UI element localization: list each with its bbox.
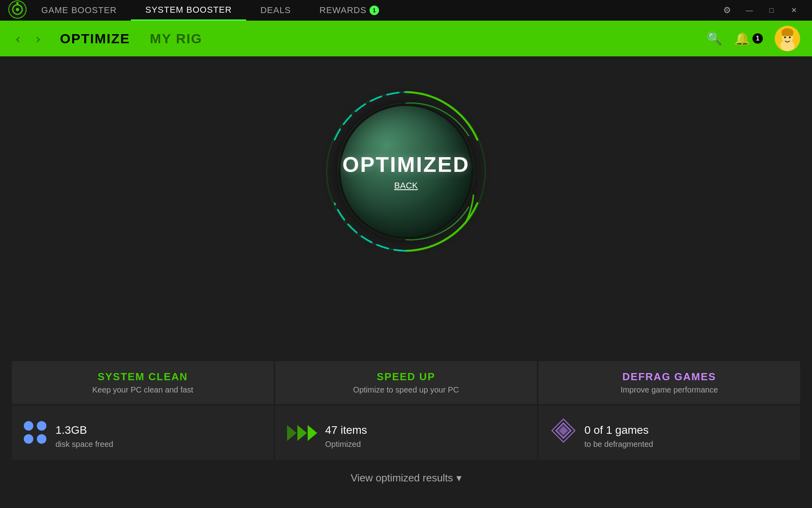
optimized-circle-container: OPTIMIZED BACK [323,88,489,255]
main-content: OPTIMIZED BACK SYSTEM CLEAN Keep your PC… [0,56,812,508]
main-nav: GAME BOOSTER SYSTEM BOOSTER DEALS REWARD… [27,0,717,21]
close-icon: ✕ [791,6,797,15]
nav-game-booster[interactable]: GAME BOOSTER [27,0,131,21]
speed-arrows-icon [287,425,317,441]
speed-up-title: SPEED UP [285,371,527,383]
user-avatar[interactable] [775,26,800,51]
gear-icon: ⚙ [723,5,731,15]
view-results-button[interactable]: View optimized results ▾ [12,472,800,484]
rewards-badge: 1 [370,6,379,15]
svg-rect-8 [782,31,785,36]
notifications-area[interactable]: 🔔 1 [734,31,763,46]
speed-up-header: SPEED UP Optimize to speed up your PC [275,361,537,404]
system-clean-stat: 1.3GB disk space freed [56,417,113,449]
bubbles-icon [24,421,48,445]
svg-point-11 [789,37,791,38]
maximize-button[interactable]: □ [761,0,782,21]
stat-card-bodies: 1.3GB disk space freed 47 items [12,406,800,460]
back-arrow[interactable]: ‹ [12,29,24,48]
minimize-button[interactable]: — [739,0,760,21]
header-tabs: OPTIMIZE MY RIG [60,31,202,46]
app-logo [8,0,27,21]
defrag-stat: 0 of 1 games to be defragmented [584,417,653,449]
back-link[interactable]: BACK [394,181,418,191]
optimized-circle[interactable]: OPTIMIZED BACK [341,106,471,237]
nav-system-booster[interactable]: SYSTEM BOOSTER [131,0,246,21]
settings-button[interactable]: ⚙ [717,0,737,21]
forward-arrow[interactable]: › [32,29,44,48]
stat-card-headers: SYSTEM CLEAN Keep your PC clean and fast… [12,361,800,404]
defrag-subtitle: Improve game performance [548,385,791,394]
optimized-label: OPTIMIZED [343,152,470,177]
header-right: 🔍 🔔 1 [707,26,800,51]
stats-section: SYSTEM CLEAN Keep your PC clean and fast… [0,361,812,484]
svg-rect-9 [790,31,793,36]
notification-badge: 1 [753,33,763,44]
view-results-label: View optimized results [350,472,453,484]
nav-rewards[interactable]: REWARDS 1 [305,0,394,21]
svg-point-2 [16,8,19,11]
speed-up-label: Optimized [325,440,367,449]
title-bar: GAME BOOSTER SYSTEM BOOSTER DEALS REWARD… [0,0,812,21]
system-clean-header: SYSTEM CLEAN Keep your PC clean and fast [12,361,274,404]
header-left: ‹ › OPTIMIZE MY RIG [12,29,202,48]
speed-up-subtitle: Optimize to speed up your PC [285,385,527,394]
search-icon[interactable]: 🔍 [707,31,722,46]
speed-up-stat: 47 items Optimized [325,417,367,449]
system-clean-value: 1.3GB [56,417,113,438]
svg-point-10 [784,37,786,38]
system-clean-label: disk space freed [56,440,113,449]
close-button[interactable]: ✕ [783,0,804,21]
system-clean-title: SYSTEM CLEAN [21,371,264,383]
tab-my-rig[interactable]: MY RIG [150,31,202,46]
header-bar: ‹ › OPTIMIZE MY RIG 🔍 🔔 1 [0,21,812,56]
system-clean-body: 1.3GB disk space freed [12,406,274,460]
system-clean-subtitle: Keep your PC clean and fast [21,385,264,394]
speed-up-value: 47 items [325,417,367,438]
svg-point-3 [16,2,19,4]
defrag-value: 0 of 1 games [584,417,653,438]
minimize-icon: — [746,6,753,15]
defrag-body: 0 of 1 games to be defragmented [538,406,800,460]
defrag-title: DEFRAG GAMES [548,371,791,383]
nav-deals[interactable]: DEALS [246,0,305,21]
chevron-down-icon: ▾ [456,472,462,484]
window-controls: ⚙ — □ ✕ [717,0,804,21]
maximize-icon: □ [770,6,774,15]
diamond-icon [550,418,576,448]
defrag-header: DEFRAG GAMES Improve game performance [538,361,800,404]
defrag-label: to be defragmented [584,440,653,449]
tab-optimize[interactable]: OPTIMIZE [60,31,130,46]
speed-up-body: 47 items Optimized [275,406,537,460]
bell-icon: 🔔 [734,31,750,46]
